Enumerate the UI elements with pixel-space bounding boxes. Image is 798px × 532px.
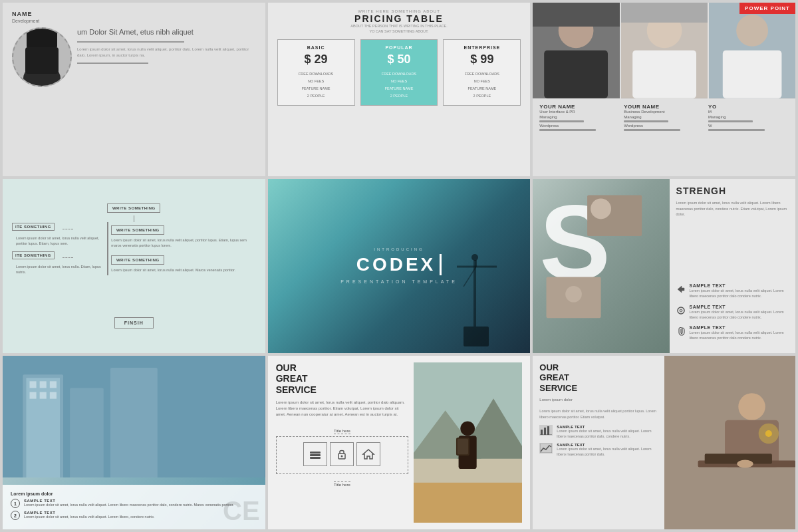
svg-marker-45 bbox=[363, 450, 374, 459]
pricing-sub: ABOUT THE PERSON THAT IS WRITING IN THIS… bbox=[350, 24, 447, 34]
service-num-1: 1 bbox=[11, 499, 20, 508]
intro-text: INTRODUCING bbox=[374, 247, 424, 251]
person-backpack-svg bbox=[414, 362, 522, 523]
plan-basic: BASIC $ 29 FREE DOWNLOADSNO FEESFEATURE … bbox=[277, 39, 355, 106]
plan-enterprise-features: FREE DOWNLOADSNO FEESFEATURE NAME2 PEOPL… bbox=[448, 70, 516, 100]
our-great-service-title: OUR GREAT SERVICE bbox=[276, 362, 408, 396]
svg-rect-6 bbox=[545, 51, 608, 98]
plan-popular: POPULAR $ 50 FREE DOWNLOADSNO FEESFEATUR… bbox=[360, 39, 438, 106]
plan-popular-features: FREE DOWNLOADSNO FEESFEATURE NAME2 PEOPL… bbox=[365, 70, 434, 100]
svg-rect-57 bbox=[547, 426, 549, 435]
slide-timeline: WRITE SOMETHING ITE SOMETHING Lorem ipsu… bbox=[3, 179, 265, 352]
svg-rect-37 bbox=[50, 392, 57, 398]
svg-rect-33 bbox=[40, 381, 47, 388]
service-sample-text-1: SAMPLE TEXT Lorem ipsum dolor sit amet, … bbox=[557, 425, 657, 439]
sample-label-3: SAMPLE TEXT bbox=[690, 325, 789, 330]
layers-icon bbox=[309, 448, 322, 461]
svg-rect-48 bbox=[414, 482, 522, 523]
team-member-1: YOUR NAME User Interface & PR Managing W… bbox=[539, 104, 620, 132]
target-icon bbox=[676, 306, 686, 315]
sample-body-3: Lorem ipsum dolor sit amet, lorus nulla … bbox=[690, 330, 789, 341]
svg-rect-2 bbox=[27, 29, 57, 49]
service-icons-right bbox=[414, 362, 522, 523]
service-sample-text-2: SAMPLE TEXT Lorem ipsum dolor sit amet, … bbox=[557, 443, 657, 457]
member-3-name: YO bbox=[708, 104, 789, 110]
slide-building: Lorem ipsum dolor CE 1 SAMPLE TEXT Lorem… bbox=[3, 356, 265, 529]
svg-rect-56 bbox=[544, 428, 546, 435]
node-right-text-1: Lorem ipsum dolor sit amet, lorus nulla … bbox=[111, 237, 255, 249]
svg-rect-14 bbox=[723, 51, 782, 98]
member-3-role: M bbox=[708, 110, 789, 114]
sample-body-s2: Lorem ipsum dolor sit amet, lorus nulla … bbox=[557, 447, 657, 457]
svg-rect-55 bbox=[541, 430, 543, 435]
bottom-service-area: Lorem ipsum dolor CE 1 SAMPLE TEXT Lorem… bbox=[3, 485, 265, 529]
svg-point-62 bbox=[738, 393, 765, 420]
svg-rect-59 bbox=[540, 444, 552, 453]
presentation-template: PRESENTATION TEMPLATE bbox=[340, 279, 458, 284]
great-label: GREAT bbox=[276, 373, 308, 384]
member-2-status: Managing bbox=[624, 115, 704, 119]
service-icons-left: OUR GREAT SERVICE Lorem ipsum dolor sit … bbox=[276, 362, 408, 523]
plan-enterprise: ENTERPRISE $ 99 FREE DOWNLOADSNO FEESFEA… bbox=[443, 39, 521, 106]
plan-basic-name: BASIC bbox=[282, 45, 350, 50]
building-svg bbox=[3, 356, 265, 477]
svg-rect-10 bbox=[632, 51, 696, 98]
sample-body-2: Lorem ipsum dolor sit amet, lorus nulla … bbox=[690, 309, 789, 321]
svg-rect-3 bbox=[25, 47, 59, 74]
service-body-2: Lorem ipsum dolor sit amet, lorus nulla … bbox=[24, 515, 155, 520]
big-service-bg: CE bbox=[223, 496, 260, 526]
svg-point-23 bbox=[591, 199, 612, 219]
plan-basic-price: $ 29 bbox=[282, 53, 350, 66]
finish-button[interactable]: FINSIH bbox=[114, 317, 154, 329]
service-photo-left: OUR GREAT SERVICE Lorem ipsum dolor Lore… bbox=[533, 356, 664, 529]
slide-team: POWER POINT bbox=[533, 3, 795, 176]
profile-role: Development bbox=[12, 19, 256, 23]
plan-popular-name: POPULAR bbox=[365, 45, 434, 50]
svg-rect-39 bbox=[110, 368, 158, 477]
member-1-skill-bar bbox=[539, 129, 596, 131]
icon-home bbox=[356, 442, 380, 466]
service-sample-2: SAMPLE TEXT Lorem ipsum dolor sit amet, … bbox=[539, 443, 657, 457]
lorem-body: Lorem ipsum dolor sit amet, lorus nulla … bbox=[77, 47, 256, 59]
title-here-1: Title here bbox=[334, 429, 350, 434]
member-2-role: Business Development bbox=[624, 110, 704, 114]
lorem-heading: um Dolor Sit Amet, etus nibh aliquet bbox=[77, 27, 256, 37]
trend-icon-svg bbox=[540, 444, 552, 453]
svg-rect-35 bbox=[29, 392, 36, 398]
svg-rect-32 bbox=[29, 381, 36, 388]
slide-service-icons: OUR GREAT SERVICE Lorem ipsum dolor sit … bbox=[268, 356, 531, 529]
pricing-cards: BASIC $ 29 FREE DOWNLOADSNO FEESFEATURE … bbox=[277, 39, 521, 106]
svg-rect-11 bbox=[621, 3, 708, 23]
member-2-bar bbox=[624, 120, 668, 122]
node-text-2: Lorem ipsum dolor sit amet, lorus nulla.… bbox=[16, 264, 102, 275]
strength-item-1: SAMPLE TEXT Lorem ipsum dolor sit amet, … bbox=[676, 283, 789, 299]
trend-chart-icon bbox=[539, 443, 553, 454]
crane-svg bbox=[444, 253, 510, 346]
sample-label-2: SAMPLE TEXT bbox=[690, 305, 789, 309]
svg-point-13 bbox=[736, 15, 768, 47]
service-label-2: SERVICE bbox=[539, 383, 577, 393]
our-label-2: OUR bbox=[539, 362, 559, 372]
dash-2 bbox=[63, 257, 73, 258]
member-3-skill-bar bbox=[708, 129, 765, 131]
pricing-header: WRITE HERE SOMETHING ABOUT PRICING TABLE… bbox=[350, 9, 447, 34]
slide-strengths: S STRENGH Lorem ipsum dolor sit amet, lo… bbox=[533, 179, 795, 352]
divider bbox=[77, 41, 184, 43]
strength-photo-svg bbox=[533, 179, 669, 352]
codex-title: CODEX bbox=[356, 254, 442, 275]
service-label: SERVICE bbox=[276, 384, 317, 395]
service-right-photo bbox=[664, 356, 795, 529]
sample-body-1: Lorem ipsum dolor sit amet, lorus nulla … bbox=[690, 288, 789, 299]
sample-body-s1: Lorem ipsum dolor sit amet, lorus nulla … bbox=[557, 429, 657, 439]
svg-point-66 bbox=[737, 460, 753, 467]
member-3-status: Managing bbox=[708, 115, 789, 119]
avatar-svg bbox=[13, 29, 70, 86]
bar-chart-icon bbox=[539, 425, 553, 436]
member-1-skill: Wordpress bbox=[539, 124, 620, 128]
team-member-2: YOUR NAME Business Development Managing … bbox=[624, 104, 704, 132]
arrow-icon bbox=[676, 285, 686, 294]
svg-rect-40 bbox=[310, 452, 321, 454]
svg-rect-34 bbox=[50, 381, 57, 388]
node-text-1: Lorem ipsum dolor sit amet, lorus nulla … bbox=[16, 235, 102, 247]
strength-title: STRENGH bbox=[676, 186, 789, 196]
